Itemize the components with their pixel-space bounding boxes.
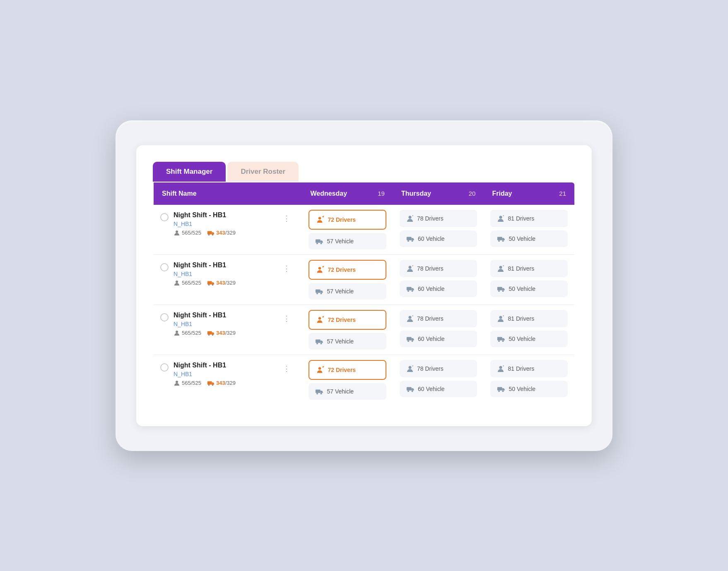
cell-box-3-1-1[interactable]: 60 Vehicle <box>400 381 477 397</box>
svg-point-18 <box>208 284 210 286</box>
svg-point-36 <box>318 317 321 319</box>
svg-point-51 <box>212 384 214 386</box>
svg-rect-53 <box>316 389 321 393</box>
cell-box-2-2-0[interactable]: 81 Drivers <box>490 310 568 327</box>
shift-subtitle-0[interactable]: N_HB1 <box>174 221 275 227</box>
shift-stats-3: 565/525 343/329 <box>174 380 275 386</box>
shift-title-0: Night Shift - HB1 <box>174 211 275 219</box>
day-cell-3-0: 72 Drivers 57 Vehicle <box>302 355 393 405</box>
svg-rect-37 <box>316 339 321 343</box>
row-radio-3[interactable] <box>160 363 169 372</box>
cell-box-1-0-1[interactable]: 57 Vehicle <box>309 283 386 300</box>
cell-box-0-2-0[interactable]: 81 Drivers <box>490 210 568 227</box>
cell-box-1-1-1[interactable]: 60 Vehicle <box>400 281 477 297</box>
shift-cell-0: Night Shift - HB1 N_HB1 565/525 <box>153 205 302 255</box>
svg-point-3 <box>212 234 214 235</box>
row-radio-0[interactable] <box>160 213 169 221</box>
device-frame: Shift Manager Driver Roster Shift Name W… <box>116 120 612 451</box>
svg-point-48 <box>176 381 178 383</box>
row-radio-1[interactable] <box>160 263 169 271</box>
cell-box-3-1-0[interactable]: 78 Drivers <box>400 360 477 377</box>
svg-point-11 <box>412 240 413 242</box>
svg-rect-57 <box>407 387 412 390</box>
svg-rect-1 <box>207 231 212 234</box>
shift-title-3: Night Shift - HB1 <box>174 362 275 369</box>
cell-box-1-0-0[interactable]: 72 Drivers <box>309 260 386 280</box>
person-icon <box>174 230 180 236</box>
shift-details-2: Night Shift - HB1 N_HB1 565/525 <box>174 312 275 336</box>
vehicles-stat-2: 343/329 <box>207 330 236 336</box>
col-header-friday: Friday 21 <box>484 182 575 205</box>
cell-box-3-2-1[interactable]: 50 Vehicle <box>490 381 568 397</box>
vehicles-icon <box>497 236 505 242</box>
cell-box-2-1-0[interactable]: 78 Drivers <box>400 310 477 327</box>
row-radio-2[interactable] <box>160 313 169 321</box>
drivers-icon <box>406 315 414 322</box>
more-menu-btn-2[interactable]: ⋮ <box>280 312 294 325</box>
svg-point-54 <box>316 393 318 394</box>
cell-box-0-1-0[interactable]: 78 Drivers <box>400 210 477 227</box>
more-menu-btn-1[interactable]: ⋮ <box>280 262 294 275</box>
day-cell-3-1: 78 Drivers 60 Vehicle <box>393 355 484 405</box>
cell-box-3-0-0[interactable]: 72 Drivers <box>309 360 386 380</box>
drivers-alert-icon <box>316 216 324 224</box>
shift-subtitle-3[interactable]: N_HB1 <box>174 371 275 377</box>
main-card: Shift Manager Driver Roster Shift Name W… <box>136 145 592 426</box>
svg-rect-29 <box>497 287 502 290</box>
svg-point-26 <box>407 290 409 292</box>
shift-subtitle-1[interactable]: N_HB1 <box>174 271 275 277</box>
drivers-alert-icon <box>316 366 324 374</box>
shift-stats-0: 565/525 343/329 <box>174 230 275 236</box>
cell-box-0-1-1[interactable]: 60 Vehicle <box>400 230 477 247</box>
svg-point-35 <box>212 334 214 336</box>
shift-stats-1: 565/525 343/329 <box>174 280 275 286</box>
vehicles-stat-1: 343/329 <box>207 280 236 286</box>
svg-point-24 <box>408 266 411 269</box>
cell-box-0-0-0[interactable]: 72 Drivers <box>309 210 386 230</box>
svg-rect-5 <box>316 239 321 242</box>
tab-driver-roster[interactable]: Driver Roster <box>227 162 299 182</box>
svg-rect-17 <box>207 281 212 284</box>
more-menu-btn-3[interactable]: ⋮ <box>280 362 294 375</box>
cell-box-1-1-0[interactable]: 78 Drivers <box>400 260 477 277</box>
svg-rect-33 <box>207 331 212 334</box>
vehicles-stat-0: 343/329 <box>207 230 236 236</box>
day-cell-0-0: 72 Drivers 57 Vehicle <box>302 205 393 255</box>
cell-box-2-2-1[interactable]: 50 Vehicle <box>490 331 568 347</box>
svg-rect-9 <box>407 237 412 240</box>
svg-point-60 <box>499 366 502 369</box>
drivers-icon <box>497 265 504 272</box>
svg-point-22 <box>316 293 318 294</box>
svg-rect-61 <box>497 387 502 390</box>
svg-point-55 <box>321 393 322 394</box>
cell-box-0-0-1[interactable]: 57 Vehicle <box>309 233 386 250</box>
day-cell-3-2: 81 Drivers 50 Vehicle <box>484 355 575 405</box>
svg-point-52 <box>318 367 321 369</box>
drivers-icon <box>497 215 504 222</box>
drivers-icon <box>406 365 414 372</box>
drivers-icon <box>497 315 504 322</box>
svg-point-56 <box>408 366 411 369</box>
cell-box-2-0-0[interactable]: 72 Drivers <box>309 310 386 330</box>
svg-point-20 <box>318 267 321 269</box>
cell-box-3-2-0[interactable]: 81 Drivers <box>490 360 568 377</box>
drivers-stat-1: 565/525 <box>174 280 201 286</box>
svg-point-62 <box>498 390 500 392</box>
vehicles-icon <box>497 336 505 342</box>
vehicles-icon <box>406 386 415 392</box>
shift-cell-3: Night Shift - HB1 N_HB1 565/525 <box>153 355 302 405</box>
tab-shift-manager[interactable]: Shift Manager <box>153 162 226 182</box>
drivers-alert-icon <box>316 316 324 324</box>
cell-box-1-2-1[interactable]: 50 Vehicle <box>490 281 568 297</box>
more-menu-btn-0[interactable]: ⋮ <box>280 212 294 225</box>
cell-box-2-0-1[interactable]: 57 Vehicle <box>309 333 386 350</box>
cell-box-1-2-0[interactable]: 81 Drivers <box>490 260 568 277</box>
truck-icon <box>207 330 215 336</box>
cell-box-3-0-1[interactable]: 57 Vehicle <box>309 383 386 400</box>
cell-box-2-1-1[interactable]: 60 Vehicle <box>400 331 477 347</box>
day-cell-2-1: 78 Drivers 60 Vehicle <box>393 305 484 355</box>
shift-subtitle-2[interactable]: N_HB1 <box>174 321 275 327</box>
drivers-stat-3: 565/525 <box>174 380 201 386</box>
shift-cell-2: Night Shift - HB1 N_HB1 565/525 <box>153 305 302 355</box>
cell-box-0-2-1[interactable]: 50 Vehicle <box>490 230 568 247</box>
